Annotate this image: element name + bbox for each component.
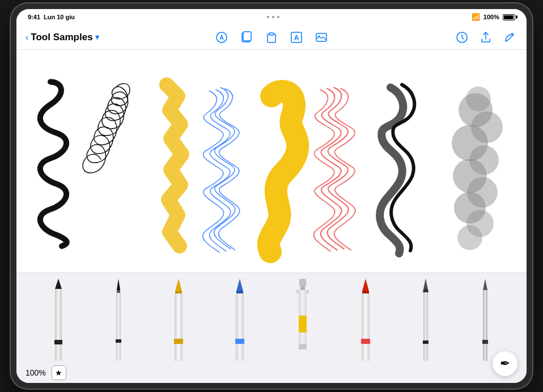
svg-marker-35 <box>236 279 243 291</box>
ipad-screen: 9:41 Lun 10 giu 📶 100% ‹ <box>16 9 527 383</box>
svg-marker-30 <box>175 279 182 291</box>
status-bar: 9:41 Lun 10 giu 📶 100% <box>16 9 527 25</box>
tool-marker-blue[interactable] <box>231 279 249 361</box>
tools-bottom: 100% ★ <box>16 361 527 383</box>
svg-text:A: A <box>294 33 299 41</box>
stroke-scribble-red <box>314 88 355 252</box>
svg-rect-34 <box>175 344 183 361</box>
history-icon[interactable] <box>454 29 470 45</box>
svg-rect-33 <box>174 339 183 344</box>
stroke-blob-yellow <box>269 91 298 252</box>
toolbar-left: ‹ Tool Samples ▾ <box>26 32 186 43</box>
svg-rect-40 <box>299 279 306 287</box>
svg-rect-26 <box>117 290 120 293</box>
wifi-icon: 📶 <box>472 13 480 21</box>
svg-rect-38 <box>235 339 244 344</box>
stroke-ribbon-yellow <box>167 85 182 246</box>
status-left: 9:41 Lun 10 giu <box>28 14 75 20</box>
svg-rect-42 <box>299 316 307 333</box>
svg-rect-31 <box>175 291 182 293</box>
canvas-svg <box>16 50 527 272</box>
dot3 <box>277 16 279 18</box>
status-dots <box>267 16 279 18</box>
stroke-calligraphy-black <box>380 85 414 254</box>
tool-nib-pen[interactable] <box>418 279 434 361</box>
tool-marker-yellow[interactable] <box>169 279 188 361</box>
status-right: 📶 100% <box>472 13 515 21</box>
svg-rect-5 <box>269 33 274 35</box>
title-chevron[interactable]: ▾ <box>95 33 99 41</box>
favorites-button[interactable]: ★ <box>52 365 66 380</box>
pages-icon[interactable] <box>239 29 254 45</box>
svg-rect-29 <box>116 343 121 361</box>
share-icon[interactable] <box>478 29 494 45</box>
svg-rect-22 <box>55 289 62 340</box>
svg-point-9 <box>319 35 320 37</box>
svg-rect-32 <box>175 293 183 339</box>
svg-rect-43 <box>299 344 307 350</box>
svg-marker-25 <box>117 279 120 290</box>
svg-rect-37 <box>236 293 244 339</box>
toolbar-center: A A <box>191 29 352 45</box>
svg-marker-21 <box>55 279 62 289</box>
time: 9:41 <box>28 14 40 20</box>
toolbar: ‹ Tool Samples ▾ A <box>16 25 527 50</box>
text-icon[interactable]: A <box>289 29 304 45</box>
svg-rect-46 <box>362 293 370 339</box>
stroke-loops-black <box>83 84 130 173</box>
battery-label: 100% <box>483 14 499 20</box>
annotate-icon[interactable]: A <box>214 29 230 45</box>
pen-fab-icon: ✒ <box>500 356 510 371</box>
battery-fill <box>504 15 514 19</box>
svg-rect-39 <box>236 344 244 361</box>
clipboard-icon[interactable] <box>264 29 279 45</box>
edit-icon[interactable] <box>502 29 517 45</box>
date: Lun 10 giu <box>44 14 75 20</box>
svg-rect-57 <box>483 344 487 361</box>
dot2 <box>272 16 274 18</box>
ipad-frame: 9:41 Lun 10 giu 📶 100% ‹ <box>11 3 532 389</box>
svg-rect-51 <box>423 292 428 340</box>
svg-rect-53 <box>423 344 428 361</box>
tools-row <box>16 279 527 361</box>
svg-rect-47 <box>361 339 370 344</box>
svg-rect-55 <box>483 290 487 340</box>
svg-rect-41 <box>300 287 305 290</box>
svg-rect-3 <box>243 32 251 41</box>
svg-rect-28 <box>116 339 121 343</box>
dot1 <box>267 16 269 18</box>
stroke-cloud-gray <box>452 87 503 250</box>
svg-marker-54 <box>483 279 487 290</box>
canvas-area[interactable] <box>16 50 527 272</box>
svg-rect-36 <box>236 291 243 293</box>
back-chevron: ‹ <box>26 32 28 42</box>
document-title: Tool Samples ▾ <box>31 32 99 43</box>
svg-rect-52 <box>423 340 429 344</box>
battery-icon <box>503 14 515 20</box>
tool-pencil[interactable] <box>49 279 67 361</box>
tools-panel: 100% ★ ✒ <box>16 272 527 383</box>
star-icon: ★ <box>55 368 62 377</box>
svg-rect-56 <box>482 340 488 344</box>
svg-rect-45 <box>362 291 369 293</box>
pen-fab-button[interactable]: ✒ <box>493 351 517 376</box>
svg-rect-23 <box>54 340 62 344</box>
title-text: Tool Samples <box>31 32 92 43</box>
svg-text:A: A <box>219 35 223 41</box>
svg-point-19 <box>457 225 482 250</box>
tool-fineliner[interactable] <box>111 279 126 361</box>
tool-brush-gray[interactable] <box>477 279 494 361</box>
svg-rect-48 <box>362 344 370 361</box>
tool-crayon-red[interactable] <box>357 279 375 361</box>
svg-marker-44 <box>362 279 369 291</box>
back-button[interactable]: ‹ <box>26 32 28 42</box>
svg-rect-27 <box>116 293 121 339</box>
zoom-level: 100% <box>26 368 46 377</box>
toolbar-right <box>357 29 517 45</box>
image-icon[interactable] <box>313 29 329 45</box>
svg-point-20 <box>466 87 491 112</box>
tool-paint-bucket[interactable] <box>292 279 313 361</box>
stroke-snake-black <box>40 82 67 246</box>
svg-rect-24 <box>55 344 62 361</box>
stroke-scribble-blue <box>203 88 240 253</box>
